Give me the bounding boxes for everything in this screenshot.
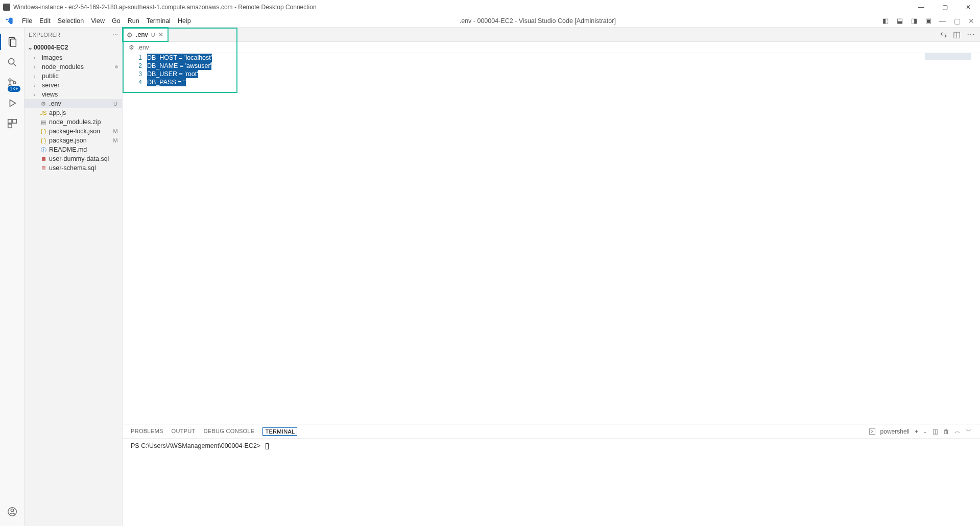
panel-tabs: PROBLEMSOUTPUTDEBUG CONSOLETERMINAL > po… bbox=[123, 424, 980, 439]
panel-tab-problems[interactable]: PROBLEMS bbox=[131, 428, 163, 435]
chevron-right-icon: › bbox=[34, 92, 40, 98]
maximize-panel-icon[interactable]: ︿ bbox=[954, 427, 961, 436]
split-editor-icon[interactable]: ◫ bbox=[953, 30, 961, 39]
menu-help[interactable]: Help bbox=[174, 14, 195, 28]
explorer-icon[interactable] bbox=[0, 32, 25, 52]
extensions-icon[interactable] bbox=[0, 113, 25, 134]
svg-line-3 bbox=[13, 64, 16, 66]
file-README-md[interactable]: ⓘREADME.md bbox=[25, 145, 122, 154]
code-content[interactable]: DB_HOST = 'localhost'DB_NAME = 'awsuser'… bbox=[147, 53, 212, 94]
chevron-right-icon: › bbox=[34, 55, 40, 61]
tab-env[interactable]: ⚙ .env U ✕ bbox=[123, 28, 168, 41]
layout-right-icon[interactable]: ◨ bbox=[910, 16, 919, 26]
file-node_modules-zip[interactable]: ▤node_modules.zip bbox=[25, 117, 122, 127]
accounts-icon[interactable] bbox=[0, 501, 25, 522]
editor-empty-space bbox=[123, 94, 980, 424]
rdp-titlebar: Windows-instance - ec2-54-169-2-180.ap-s… bbox=[0, 0, 980, 14]
file-tree: ›images›node_modules›public›server›views… bbox=[25, 53, 122, 173]
editor-actions: ⇆ ◫ ⋯ bbox=[940, 28, 980, 41]
menubar: FileEditSelectionViewGoRunTerminalHelp .… bbox=[0, 14, 980, 28]
folder-images[interactable]: ›images bbox=[25, 53, 122, 62]
window-controls: — ▢ ✕ bbox=[910, 0, 980, 14]
minimize-button[interactable]: — bbox=[910, 0, 933, 14]
chevron-right-icon: › bbox=[34, 74, 40, 79]
run-debug-icon[interactable] bbox=[0, 93, 25, 113]
shell-indicator-icon[interactable]: > bbox=[869, 428, 875, 435]
hide-panel-icon[interactable]: ﹀ bbox=[966, 427, 972, 436]
folder-views[interactable]: ›views bbox=[25, 90, 122, 99]
terminal-dropdown-icon[interactable]: ⌄ bbox=[923, 429, 927, 434]
explorer-sidebar: EXPLORER ⋯ ⌄ 000004-EC2 ›images›node_mod… bbox=[25, 28, 123, 526]
split-terminal-icon[interactable]: ◫ bbox=[933, 428, 938, 435]
menu-file[interactable]: File bbox=[18, 14, 36, 28]
tab-label: .env bbox=[136, 31, 148, 38]
svg-point-2 bbox=[8, 59, 14, 64]
explorer-header: EXPLORER ⋯ bbox=[25, 28, 122, 42]
panel-tab-output[interactable]: OUTPUT bbox=[172, 428, 196, 435]
kill-terminal-icon[interactable]: 🗑 bbox=[943, 428, 949, 435]
breadcrumb[interactable]: ⚙ .env bbox=[123, 42, 980, 53]
svg-point-4 bbox=[9, 79, 11, 81]
json-icon: { } bbox=[40, 137, 47, 144]
layout-left-icon[interactable]: ◧ bbox=[881, 16, 890, 26]
close-icon[interactable]: ✕ bbox=[158, 31, 163, 38]
minimap-viewport[interactable] bbox=[925, 53, 971, 60]
menu-items: FileEditSelectionViewGoRunTerminalHelp bbox=[18, 14, 195, 28]
terminal-body[interactable]: PS C:\Users\AWSManagement\000004-EC2> bbox=[123, 439, 980, 526]
gear-icon: ⚙ bbox=[127, 31, 133, 39]
activity-bar: 1K+ bbox=[0, 28, 25, 526]
svg-point-12 bbox=[11, 509, 14, 512]
code-editor[interactable]: 1234 DB_HOST = 'localhost'DB_NAME = 'aws… bbox=[123, 53, 980, 94]
sql-icon: ≣ bbox=[40, 156, 47, 162]
vscode-logo-icon bbox=[4, 16, 14, 26]
menu-view[interactable]: View bbox=[87, 14, 108, 28]
svg-marker-7 bbox=[10, 100, 15, 107]
file-status: M bbox=[112, 128, 119, 134]
bottom-panel: PROBLEMSOUTPUTDEBUG CONSOLETERMINAL > po… bbox=[123, 424, 980, 526]
gear-icon: ⚙ bbox=[40, 101, 47, 107]
menu-selection[interactable]: Selection bbox=[54, 14, 87, 28]
maximize-button[interactable]: ▢ bbox=[933, 0, 957, 14]
file-user-dummy-data-sql[interactable]: ≣user-dummy-data.sql bbox=[25, 154, 122, 163]
js-icon: JS bbox=[40, 110, 47, 116]
file-package-json[interactable]: { }package.jsonM bbox=[25, 136, 122, 145]
panel-tab-debug-console[interactable]: DEBUG CONSOLE bbox=[204, 428, 255, 435]
source-control-icon[interactable]: 1K+ bbox=[0, 73, 25, 93]
terminal-cursor bbox=[266, 443, 269, 449]
scm-badge: 1K+ bbox=[8, 86, 20, 92]
project-name: 000004-EC2 bbox=[34, 44, 68, 51]
file-status: U bbox=[112, 101, 119, 107]
menu-terminal[interactable]: Terminal bbox=[143, 14, 174, 28]
file-app-js[interactable]: JSapp.js bbox=[25, 108, 122, 117]
info-icon: ⓘ bbox=[40, 146, 47, 154]
chevron-right-icon: › bbox=[34, 83, 40, 88]
menu-run[interactable]: Run bbox=[124, 14, 143, 28]
editor-tabbar: ⚙ .env U ✕ ⇆ ◫ ⋯ bbox=[123, 28, 980, 42]
folder-public[interactable]: ›public bbox=[25, 71, 122, 81]
shell-label[interactable]: powershell bbox=[880, 428, 910, 435]
project-root[interactable]: ⌄ 000004-EC2 bbox=[25, 42, 122, 53]
folder-node_modules[interactable]: ›node_modules bbox=[25, 62, 122, 71]
vscode-minimize-button[interactable]: — bbox=[938, 16, 947, 26]
vscode-close-button[interactable]: ✕ bbox=[967, 16, 976, 26]
menu-go[interactable]: Go bbox=[108, 14, 124, 28]
rdp-icon bbox=[3, 4, 10, 11]
file--env[interactable]: ⚙.envU bbox=[25, 99, 122, 108]
new-terminal-icon[interactable]: + bbox=[915, 428, 918, 435]
panel-tab-terminal[interactable]: TERMINAL bbox=[262, 427, 297, 436]
search-icon[interactable] bbox=[0, 52, 25, 73]
svg-point-6 bbox=[13, 82, 16, 84]
more-actions-icon[interactable]: ⋯ bbox=[967, 30, 975, 39]
compare-changes-icon[interactable]: ⇆ bbox=[940, 30, 947, 39]
folder-server[interactable]: ›server bbox=[25, 81, 122, 90]
file-package-lock-json[interactable]: { }package-lock.jsonM bbox=[25, 127, 122, 136]
layout-bottom-icon[interactable]: ⬓ bbox=[895, 16, 904, 26]
close-button[interactable]: ✕ bbox=[957, 0, 980, 14]
vscode-maximize-button[interactable]: ▢ bbox=[952, 16, 962, 26]
tab-status: U bbox=[151, 32, 155, 38]
menu-edit[interactable]: Edit bbox=[36, 14, 54, 28]
terminal-prompt: PS C:\Users\AWSManagement\000004-EC2> bbox=[131, 442, 260, 449]
layout-grid-icon[interactable]: ▣ bbox=[924, 16, 933, 26]
file-user-schema-sql[interactable]: ≣user-schema.sql bbox=[25, 163, 122, 173]
explorer-more-icon[interactable]: ⋯ bbox=[112, 32, 118, 38]
